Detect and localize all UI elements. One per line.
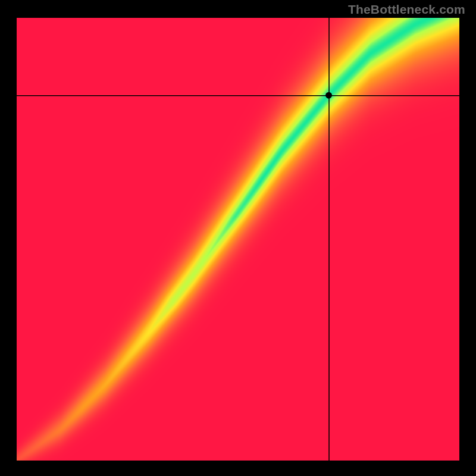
watermark-text: TheBottleneck.com <box>348 2 465 17</box>
chart-frame: TheBottleneck.com <box>0 0 476 476</box>
heatmap-plot <box>17 18 459 461</box>
heatmap-canvas <box>17 18 459 461</box>
